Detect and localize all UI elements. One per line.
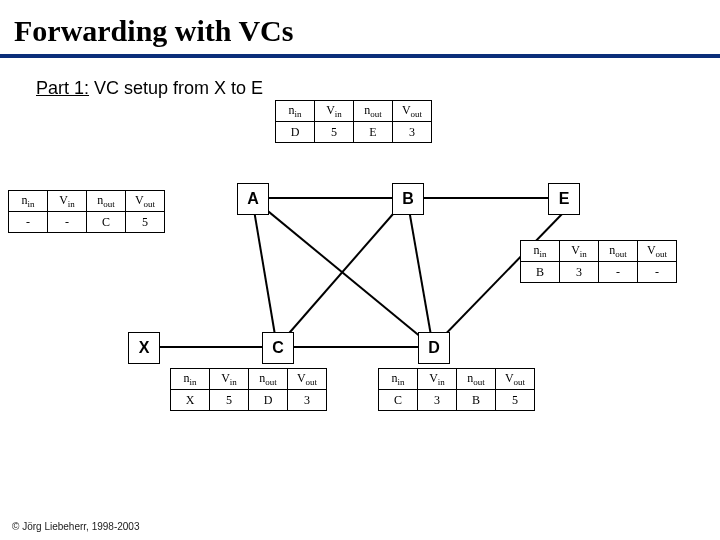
cell: B	[521, 262, 560, 283]
vc-table-top: nin Vin nout Vout D 5 E 3	[275, 100, 432, 143]
hdr-vout: Vout	[393, 101, 432, 122]
hdr-vout: Vout	[288, 369, 327, 390]
node-A: A	[237, 183, 269, 215]
hdr-nout: nout	[354, 101, 393, 122]
hdr-nout: nout	[599, 241, 638, 262]
hdr-nout: nout	[87, 191, 126, 212]
hdr-nin: nin	[521, 241, 560, 262]
hdr-vin: Vin	[315, 101, 354, 122]
cell: 5	[126, 212, 165, 233]
cell: B	[457, 390, 496, 411]
subtitle-rest: VC setup from X to E	[89, 78, 263, 98]
hdr-vin: Vin	[418, 369, 457, 390]
node-D: D	[418, 332, 450, 364]
hdr-vin: Vin	[560, 241, 599, 262]
title-rule	[0, 54, 720, 58]
hdr-vin: Vin	[210, 369, 249, 390]
node-E: E	[548, 183, 580, 215]
cell: C	[87, 212, 126, 233]
svg-line-3	[407, 198, 433, 347]
cell: 3	[393, 122, 432, 143]
hdr-vin: Vin	[48, 191, 87, 212]
node-X: X	[128, 332, 160, 364]
cell: 3	[560, 262, 599, 283]
svg-line-2	[252, 198, 277, 347]
cell: 5	[496, 390, 535, 411]
cell: 5	[315, 122, 354, 143]
cell: -	[638, 262, 677, 283]
cell: C	[379, 390, 418, 411]
svg-line-4	[277, 198, 407, 347]
cell: -	[9, 212, 48, 233]
hdr-nin: nin	[9, 191, 48, 212]
cell: E	[354, 122, 393, 143]
hdr-nin: nin	[276, 101, 315, 122]
footer-copyright: © Jörg Liebeherr, 1998-2003	[12, 521, 139, 532]
hdr-nout: nout	[457, 369, 496, 390]
cell: X	[171, 390, 210, 411]
cell: -	[599, 262, 638, 283]
cell: -	[48, 212, 87, 233]
node-B: B	[392, 183, 424, 215]
page-title: Forwarding with VCs	[0, 0, 720, 54]
vc-table-D: nin Vin nout Vout C 3 B 5	[378, 368, 535, 411]
cell: 3	[418, 390, 457, 411]
hdr-vout: Vout	[638, 241, 677, 262]
subtitle: Part 1: VC setup from X to E	[0, 76, 720, 100]
cell: 5	[210, 390, 249, 411]
hdr-vout: Vout	[496, 369, 535, 390]
hdr-nin: nin	[379, 369, 418, 390]
hdr-nout: nout	[249, 369, 288, 390]
vc-table-left: nin Vin nout Vout - - C 5	[8, 190, 165, 233]
node-C: C	[262, 332, 294, 364]
svg-line-5	[252, 198, 433, 347]
cell: D	[249, 390, 288, 411]
vc-table-C: nin Vin nout Vout X 5 D 3	[170, 368, 327, 411]
hdr-vout: Vout	[126, 191, 165, 212]
vc-table-E: nin Vin nout Vout B 3 - -	[520, 240, 677, 283]
cell: 3	[288, 390, 327, 411]
diagram-canvas: X A B E C D nin Vin nout Vout - - C 5 ni…	[0, 100, 720, 440]
hdr-nin: nin	[171, 369, 210, 390]
cell: D	[276, 122, 315, 143]
subtitle-part: Part 1:	[36, 78, 89, 98]
